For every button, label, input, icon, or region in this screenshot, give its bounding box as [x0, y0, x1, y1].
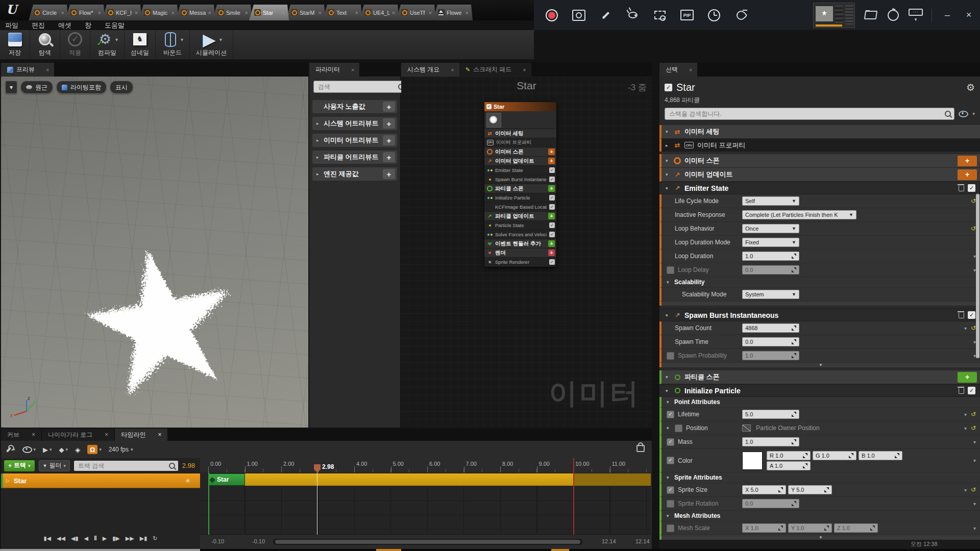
node-row-particle-state[interactable]: Particle State✓ [484, 221, 556, 230]
tab-scratch-pad[interactable]: ✎ 스크래치 패드 × [459, 63, 531, 77]
close-icon[interactable]: × [98, 10, 101, 16]
param-section-이미터-어트리뷰트[interactable]: ▸이미터 어트리뷰트+ [312, 134, 397, 147]
viewport-3d[interactable]: ▾ 원근 라이팅포함 표시 x z [1, 77, 308, 428]
asset-tab-messa[interactable]: Messa× [176, 5, 215, 20]
chevron-down-icon[interactable]: ▾ [964, 487, 967, 493]
module-enabled-checkbox[interactable]: ✓ [968, 184, 975, 192]
toolbar-바운드-button[interactable]: ▾바운드 [156, 30, 190, 59]
add-parameter-button[interactable]: + [383, 118, 395, 129]
module-enabled-checkbox[interactable]: ✓ [968, 311, 975, 319]
expand-arrow-icon[interactable]: ▾ [667, 475, 671, 480]
close-icon[interactable]: × [172, 10, 175, 16]
drag-widget[interactable] [803, 453, 807, 459]
node-row-initialize-particle[interactable]: Initialize Particle✓ [484, 193, 556, 203]
chevron-down-icon[interactable]: ▾ [219, 37, 222, 42]
dropdown-field[interactable]: Once▼ [742, 224, 799, 233]
toolbar-저장-button[interactable]: 저장 [0, 30, 30, 59]
drag-widget[interactable] [824, 525, 829, 531]
scrollbar[interactable] [976, 194, 979, 358]
asset-tab-magic[interactable]: Magic× [139, 5, 179, 20]
property-checkbox[interactable] [675, 424, 682, 432]
menu-창[interactable]: 창 [85, 21, 91, 30]
add-module-button[interactable]: + [548, 148, 555, 155]
value-field[interactable]: 4868 [742, 323, 799, 333]
drag-widget[interactable] [824, 487, 829, 493]
asset-tab-starm[interactable]: StarM× [286, 5, 326, 20]
expand-arrow-icon[interactable]: ▾ [666, 374, 670, 380]
menu-애셋[interactable]: 애셋 [58, 21, 71, 30]
track-search-input[interactable] [74, 461, 178, 471]
value-field[interactable]: A 1.0 [767, 461, 811, 470]
node-row-이미터-세팅[interactable]: ⇄이미터 세팅 [484, 129, 556, 138]
reset-to-default-icon[interactable]: ↺ [971, 486, 976, 493]
tab-preview[interactable]: 프리뷰 × [1, 63, 54, 77]
record-icon[interactable] [545, 9, 558, 22]
drag-widget[interactable] [870, 525, 875, 531]
drag-widget[interactable] [778, 525, 783, 531]
close-icon[interactable]: × [46, 67, 49, 73]
module-enabled-checkbox[interactable]: ✓ [549, 259, 555, 265]
property-life-cycle-mode[interactable]: Life Cycle ModeSelf▼↺ [659, 194, 980, 208]
section-expander[interactable]: ▼ [659, 535, 980, 540]
reset-to-default-icon[interactable]: ↺ [971, 197, 976, 205]
tab-system-overview[interactable]: 시스템 개요 × [401, 63, 459, 77]
recorder-preview-thumbnail[interactable] [813, 3, 855, 28]
property-checkbox[interactable]: ✓ [667, 438, 674, 446]
close-icon[interactable]: × [355, 10, 358, 16]
chevron-down-icon[interactable]: ▾ [181, 37, 183, 42]
viewport-options-button[interactable]: ▾ [5, 81, 17, 94]
add-module-button[interactable]: + [958, 372, 977, 383]
param-section-사용자-노출값[interactable]: 사용자 노출값+ [312, 100, 397, 113]
dropdown-field[interactable]: Fixed▼ [742, 238, 799, 247]
stack-group-이미터-스폰[interactable]: ▾이미터 스폰+ [659, 154, 980, 168]
property-checkbox[interactable]: ✓ [667, 457, 674, 464]
timeline-tab-나이아가라-로그[interactable]: 나이아가라 로그× [42, 429, 115, 441]
trash-icon[interactable] [959, 186, 964, 191]
close-icon[interactable]: × [392, 10, 395, 16]
node-row-파티클-업데이트[interactable]: ↗파티클 업데이트+ [484, 212, 556, 221]
stack-group-이미터-업데이트[interactable]: ▾↗이미터 업데이트+ [659, 168, 980, 182]
close-icon[interactable]: × [429, 10, 432, 16]
stack-search-input[interactable] [665, 108, 954, 120]
transport-jump-forward-button[interactable]: ▶▶ [126, 535, 134, 542]
value-field[interactable]: R 1.0 [767, 451, 811, 460]
expand-arrow-icon[interactable]: ▸ [316, 171, 321, 177]
playback-options-button[interactable]: ▶▾ [43, 446, 52, 454]
property-checkbox[interactable] [667, 266, 674, 274]
asset-tab-ue4-l[interactable]: UE4_L× [359, 5, 399, 20]
value-field[interactable]: 5.0 [742, 410, 799, 419]
transport-to-front-button[interactable]: ▮◀ [44, 535, 52, 542]
expand-arrow-icon[interactable]: ▸ [316, 155, 321, 160]
add-module-button[interactable]: + [958, 169, 977, 180]
pip-icon[interactable]: PIP [680, 10, 694, 20]
drag-widget[interactable] [792, 267, 796, 273]
property-loop-behavior[interactable]: Loop BehaviorOnce▼↺ [659, 222, 980, 236]
reset-to-default-icon[interactable]: ↺ [971, 225, 976, 232]
chevron-down-icon[interactable]: ▾ [115, 37, 118, 42]
asset-tab-usetf[interactable]: UseTf× [396, 5, 436, 20]
close-icon[interactable]: × [135, 10, 138, 16]
module-header-initialize-particle[interactable]: ▾Initialize Particle✓ [659, 384, 980, 397]
close-icon[interactable]: × [523, 67, 526, 73]
value-field[interactable]: G 1.0 [813, 451, 856, 460]
property-scalability-mode[interactable]: Scalability ModeSystem▼ [659, 288, 980, 302]
asset-tab-flow-[interactable]: Flow*× [65, 5, 105, 20]
transport-to-end-button[interactable]: ▶▮ [140, 535, 148, 542]
expand-arrow-icon[interactable]: ▾ [666, 313, 670, 318]
transport-loop-button[interactable]: ↻ [153, 535, 157, 542]
close-icon[interactable]: × [208, 10, 211, 16]
asset-tab-smile[interactable]: Smile× [212, 5, 252, 20]
drag-widget[interactable] [792, 439, 796, 445]
lock-icon[interactable] [636, 445, 645, 452]
close-icon[interactable]: × [318, 10, 322, 16]
playhead-line[interactable] [317, 470, 317, 535]
keyboard-icon[interactable] [909, 9, 922, 22]
value-field[interactable]: 1.0 [742, 351, 799, 360]
property-sprite-rotation[interactable]: Sprite Rotation0.0▾ [659, 497, 980, 511]
transport-jump-back-button[interactable]: ◀◀ [57, 535, 65, 542]
dropdown-field[interactable]: System▼ [742, 290, 799, 299]
reset-to-default-icon[interactable]: ↺ [971, 424, 976, 432]
value-field[interactable]: 0.0 [742, 499, 799, 508]
filter-button[interactable]: ▼ 필터 ▾ [39, 460, 70, 471]
add-module-button[interactable]: + [958, 156, 977, 166]
